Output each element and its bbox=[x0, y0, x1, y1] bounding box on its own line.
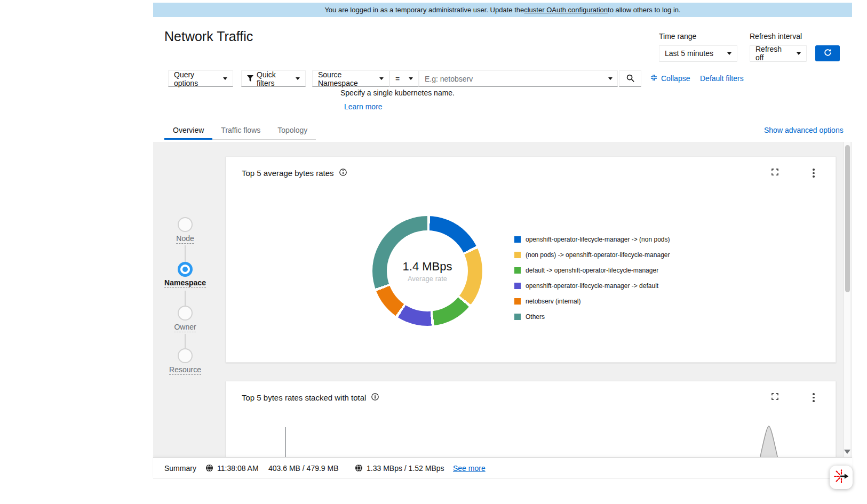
summary-rates: 1.33 MBps / 1.52 MBps bbox=[367, 464, 444, 473]
filter-column-value: Source Namespace bbox=[318, 70, 374, 87]
info-icon[interactable] bbox=[339, 169, 347, 178]
filter-operator-value: = bbox=[395, 75, 400, 83]
info-icon[interactable] bbox=[371, 393, 379, 402]
scope-step-node-label[interactable]: Node bbox=[176, 234, 194, 244]
filter-column-dropdown[interactable]: Source Namespace bbox=[312, 70, 389, 87]
expand-icon[interactable] bbox=[771, 393, 778, 400]
legend-label: openshift-operator-lifecycle-manager -> … bbox=[526, 282, 658, 290]
scope-step-namespace[interactable] bbox=[178, 262, 193, 277]
scope-step-namespace-label[interactable]: Namespace bbox=[164, 278, 206, 288]
scope-step-owner-label[interactable]: Owner bbox=[174, 323, 196, 332]
oauth-config-link[interactable]: cluster OAuth configuration bbox=[524, 6, 608, 14]
chevron-down-icon bbox=[608, 77, 613, 80]
panel-top5-bytes-rates-stacked: Top 5 bytes rates stacked with total bbox=[226, 381, 836, 457]
legend-label: default -> openshift-operator-lifecycle-… bbox=[526, 267, 658, 274]
banner-text-before: You are logged in as a temporary adminis… bbox=[324, 6, 524, 14]
stepper-connector bbox=[185, 291, 186, 306]
vertical-scrollbar[interactable] bbox=[843, 142, 850, 457]
tab-overview[interactable]: Overview bbox=[164, 122, 212, 140]
refresh-interval-select[interactable]: Refresh off bbox=[750, 45, 807, 61]
time-range-select[interactable]: Last 5 minutes bbox=[659, 45, 737, 61]
filter-hint: Specify a single kubernetes name. bbox=[340, 89, 455, 97]
summary-time: 11:38:08 AM bbox=[217, 464, 259, 473]
kebab-menu-icon[interactable] bbox=[809, 392, 818, 403]
quick-filters-inner: Quick filters bbox=[247, 70, 290, 87]
summary-bytes: 403.6 MB / 479.9 MB bbox=[268, 464, 339, 473]
view-tabs: Overview Traffic flows Topology bbox=[164, 122, 316, 140]
scope-step-node[interactable] bbox=[178, 217, 193, 232]
collapse-button[interactable]: Collapse bbox=[650, 74, 690, 83]
donut-hole bbox=[387, 230, 468, 311]
legend-item[interactable]: Others bbox=[514, 309, 670, 324]
panel-title: Top 5 bytes rates stacked with total bbox=[242, 393, 379, 402]
filter-icon bbox=[247, 75, 253, 83]
legend-label: openshift-operator-lifecycle-manager -> … bbox=[526, 236, 670, 243]
panel-title-text: Top 5 average bytes rates bbox=[242, 169, 334, 178]
filter-value-group bbox=[419, 70, 618, 87]
chart-y-axis bbox=[285, 427, 286, 457]
legend-swatch bbox=[514, 314, 521, 320]
filter-operator-dropdown[interactable]: = bbox=[389, 70, 419, 87]
legend-swatch bbox=[514, 283, 521, 289]
lightspeed-launcher-button[interactable] bbox=[830, 466, 853, 489]
summary-label: Summary bbox=[164, 464, 196, 473]
chevron-down-icon bbox=[296, 77, 300, 80]
scroll-down-arrow-icon[interactable] bbox=[844, 450, 850, 454]
filter-value-input[interactable] bbox=[419, 75, 603, 83]
stepper-connector bbox=[185, 245, 186, 262]
legend-item[interactable]: netobserv (internal) bbox=[514, 293, 670, 309]
chevron-down-icon bbox=[223, 77, 227, 80]
collapse-label: Collapse bbox=[661, 74, 690, 83]
refresh-interval-label: Refresh interval bbox=[750, 32, 802, 41]
legend-item[interactable]: openshift-operator-lifecycle-manager -> … bbox=[514, 231, 670, 247]
tab-topology[interactable]: Topology bbox=[269, 122, 316, 139]
legend-item[interactable]: default -> openshift-operator-lifecycle-… bbox=[514, 262, 670, 278]
quick-filters-dropdown[interactable]: Quick filters bbox=[241, 70, 306, 87]
panel-title: Top 5 average bytes rates bbox=[242, 169, 347, 178]
learn-more-link[interactable]: Learn more bbox=[344, 102, 383, 111]
time-range-value: Last 5 minutes bbox=[665, 49, 713, 58]
banner-text-after: to allow others to log in. bbox=[608, 6, 681, 14]
refresh-button[interactable] bbox=[815, 45, 840, 61]
refresh-icon bbox=[824, 49, 832, 58]
chart-legend: openshift-operator-lifecycle-manager -> … bbox=[514, 231, 670, 324]
default-filters-link[interactable]: Default filters bbox=[700, 74, 744, 83]
legend-label: (non pods) -> openshift-operator-lifecyc… bbox=[526, 251, 670, 259]
search-icon bbox=[626, 74, 634, 84]
kebab-menu-icon[interactable] bbox=[809, 167, 818, 179]
collapse-icon bbox=[650, 74, 657, 83]
legend-label: netobserv (internal) bbox=[526, 298, 580, 305]
search-button[interactable] bbox=[619, 70, 641, 87]
area-chart-peak bbox=[750, 423, 788, 457]
panel-title-text: Top 5 bytes rates stacked with total bbox=[242, 393, 366, 402]
chevron-down-icon bbox=[409, 77, 413, 80]
chevron-down-icon bbox=[379, 77, 384, 80]
lightspeed-icon bbox=[833, 468, 849, 486]
refresh-interval-value: Refresh off bbox=[755, 45, 791, 62]
overview-content: Node Namespace Owner Resource Top 5 aver… bbox=[153, 142, 852, 457]
legend-item[interactable]: (non pods) -> openshift-operator-lifecyc… bbox=[514, 247, 670, 262]
expand-icon[interactable] bbox=[771, 169, 778, 175]
console-frame: You are logged in as a temporary adminis… bbox=[153, 0, 852, 504]
scrollbar-thumb[interactable] bbox=[845, 145, 850, 292]
legend-label: Others bbox=[526, 313, 545, 321]
globe-rate-icon bbox=[355, 464, 363, 474]
scope-step-resource[interactable] bbox=[178, 348, 193, 363]
legend-swatch bbox=[514, 298, 521, 305]
legend-item[interactable]: openshift-operator-lifecycle-manager -> … bbox=[514, 278, 670, 293]
tab-traffic-flows[interactable]: Traffic flows bbox=[212, 122, 269, 139]
legend-swatch bbox=[514, 252, 521, 258]
legend-swatch bbox=[514, 267, 521, 274]
filter-suggestions-toggle[interactable] bbox=[603, 71, 617, 86]
see-more-link[interactable]: See more bbox=[453, 464, 486, 473]
scope-step-owner[interactable] bbox=[178, 306, 193, 321]
scope-step-resource-label[interactable]: Resource bbox=[169, 365, 201, 375]
page-title: Network Traffic bbox=[164, 29, 253, 44]
panel-top5-average-bytes-rates: Top 5 average bytes rates 1.4 MBps Avera… bbox=[226, 156, 836, 363]
show-advanced-options-link[interactable]: Show advanced options bbox=[764, 126, 844, 134]
donut-chart[interactable] bbox=[372, 216, 482, 326]
summary-bar: Summary 11:38:08 AM 403.6 MB / 479.9 MB … bbox=[153, 457, 852, 479]
query-options-dropdown[interactable]: Query options bbox=[168, 70, 233, 87]
chevron-down-icon bbox=[797, 52, 801, 55]
quick-filters-label: Quick filters bbox=[257, 70, 290, 87]
